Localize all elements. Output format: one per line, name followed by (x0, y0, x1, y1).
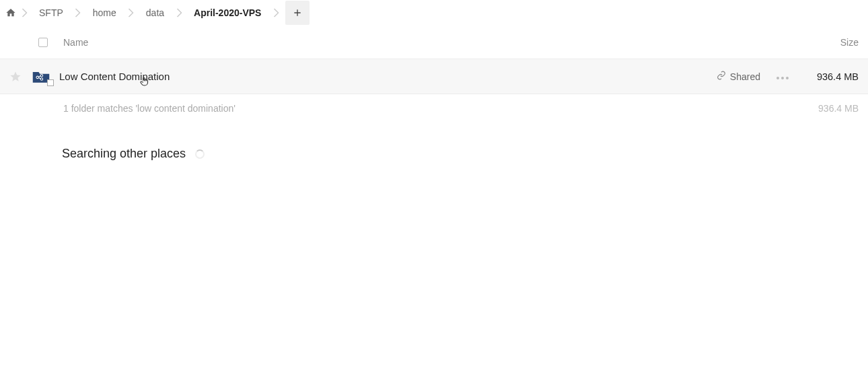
svg-point-5 (776, 77, 779, 79)
folder-shared-icon (30, 69, 52, 84)
file-size: 936.4 MB (798, 71, 859, 82)
svg-point-6 (781, 77, 784, 79)
table-row[interactable]: Low Content Domination Shared 936.4 MB (0, 59, 868, 94)
header-name[interactable]: Name (57, 37, 791, 48)
svg-point-7 (786, 77, 789, 79)
table-header: Name Size (0, 26, 868, 59)
breadcrumb-item-home[interactable]: home (83, 3, 126, 22)
shared-button[interactable]: Shared (710, 71, 767, 82)
header-checkbox-col (30, 38, 57, 47)
more-actions-button[interactable] (767, 69, 798, 83)
chevron-right-icon (126, 8, 137, 18)
select-all-checkbox[interactable] (38, 38, 48, 47)
summary-size: 936.4 MB (798, 103, 859, 114)
favorite-star-icon[interactable] (9, 71, 30, 83)
spinner-icon (195, 149, 205, 159)
file-name[interactable]: Low Content Domination (52, 71, 710, 82)
chevron-right-icon (73, 8, 83, 18)
add-button[interactable] (285, 1, 310, 25)
header-size[interactable]: Size (791, 37, 859, 48)
searching-status: Searching other places (0, 123, 868, 161)
chevron-right-icon (19, 8, 30, 18)
breadcrumb-item-sftp[interactable]: SFTP (30, 3, 73, 22)
file-name-label: Low Content Domination (59, 71, 170, 82)
breadcrumb-item-current[interactable]: April-2020-VPS (184, 3, 270, 22)
chevron-right-icon (174, 8, 184, 18)
summary-row: 1 folder matches 'low content domination… (0, 94, 868, 123)
summary-text: 1 folder matches 'low content domination… (9, 103, 798, 114)
shared-label: Shared (730, 71, 760, 82)
home-icon[interactable] (3, 7, 19, 18)
breadcrumb: SFTP home data April-2020-VPS (0, 0, 868, 26)
breadcrumb-item-data[interactable]: data (137, 3, 174, 22)
chevron-right-icon (270, 8, 281, 18)
link-icon (717, 71, 726, 82)
searching-label: Searching other places (62, 147, 186, 161)
